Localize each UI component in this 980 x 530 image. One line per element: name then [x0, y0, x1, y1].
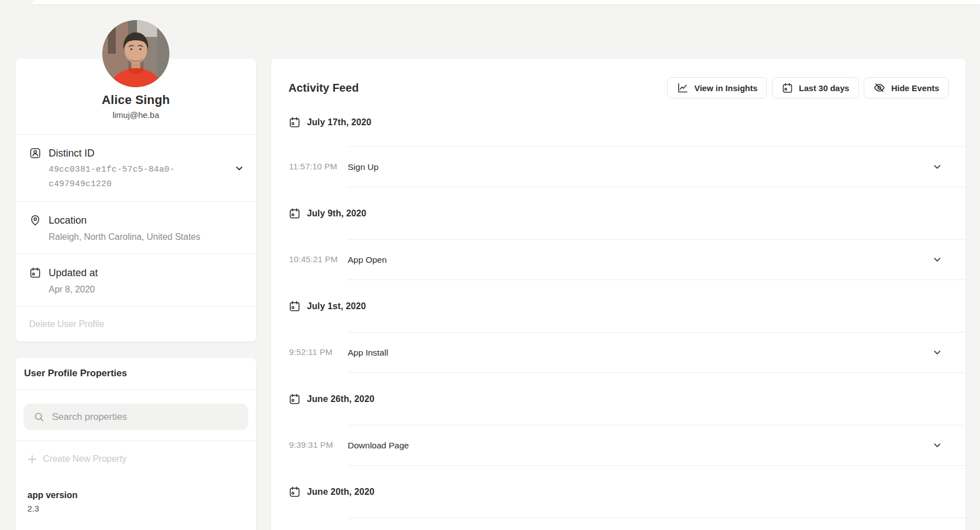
- feed-groups: July 17th, 2020 11:57:10 PM Sign Up July…: [271, 98, 965, 530]
- date-range-button[interactable]: Last 30 days: [772, 77, 859, 98]
- calendar-icon: [288, 486, 301, 498]
- field-label: Location: [49, 214, 87, 227]
- calendar-icon: [288, 116, 301, 129]
- event-row[interactable]: 10:45:21 PM App Open: [289, 239, 965, 280]
- chevron-down-icon[interactable]: [932, 255, 942, 264]
- event-row[interactable]: 11:57:10 PM Sign Up: [289, 146, 965, 187]
- event-name: Download Page: [348, 441, 409, 451]
- property-value: 2.3: [27, 502, 244, 515]
- view-in-insights-button[interactable]: View in Insights: [667, 77, 767, 98]
- activity-feed-title: Activity Feed: [288, 81, 359, 95]
- field-label: Updated at: [49, 266, 98, 280]
- event-group: July 1st, 2020 9:52:11 PM App Install: [271, 280, 965, 373]
- event-group: July 17th, 2020 11:57:10 PM Sign Up: [271, 98, 965, 187]
- distinct-id-value: 49cc0381-e1fc-57c5-84a0-c497949c1220: [49, 163, 188, 192]
- activity-feed-card: Activity Feed View in Insights: [271, 59, 965, 530]
- create-new-property-button[interactable]: Create New Property: [16, 441, 256, 477]
- updated-at-value: Apr 8, 2020: [49, 282, 243, 297]
- field-row-location: Location Raleigh, North Carolina, United…: [16, 201, 256, 254]
- user-profile-properties-card: User Profile Properties Create New Prope…: [16, 358, 256, 530]
- button-label: Last 30 days: [799, 83, 849, 93]
- delete-user-profile-button[interactable]: Delete User Profile: [29, 318, 104, 330]
- event-date-row: July 1st, 2020: [271, 280, 965, 332]
- search-box[interactable]: [23, 404, 248, 430]
- field-row-updated-at: Updated at Apr 8, 2020: [16, 254, 256, 306]
- eye-off-icon: [873, 82, 886, 94]
- field-label: Distinct ID: [49, 146, 94, 160]
- calendar-icon: [288, 393, 301, 405]
- calendar-icon: [288, 300, 301, 313]
- delete-row: Delete User Profile: [16, 306, 256, 342]
- search-properties-input[interactable]: [52, 411, 238, 423]
- calendar-icon: [29, 267, 41, 279]
- event-date-row: July 17th, 2020: [271, 98, 965, 146]
- event-row[interactable]: 9:52:11 PM App Install: [289, 332, 965, 373]
- hide-events-button[interactable]: Hide Events: [864, 77, 949, 98]
- id-badge-icon: [29, 147, 41, 159]
- event-date-label: July 9th, 2020: [307, 209, 366, 219]
- event-date-row: June 20th, 2020: [271, 466, 965, 518]
- event-name: App Install: [348, 348, 388, 358]
- event-group: July 9th, 2020 10:45:21 PM App Open: [271, 187, 965, 280]
- event-date-label: June 20th, 2020: [307, 487, 375, 497]
- event-date-row: June 26th, 2020: [271, 373, 965, 425]
- event-name: Sign Up: [348, 162, 378, 172]
- event-name: App Open: [348, 255, 387, 265]
- event-time: 10:45:21 PM: [289, 239, 348, 280]
- activity-feed-header: Activity Feed View in Insights: [271, 59, 965, 98]
- chevron-down-icon[interactable]: [932, 441, 942, 450]
- chevron-down-icon[interactable]: [235, 164, 244, 173]
- location-value: Raleigh, North Carolina, United States: [49, 230, 243, 244]
- event-group: June 26th, 2020 9:39:31 PM Download Page: [271, 373, 965, 466]
- profile-name: Alice Singh: [16, 92, 256, 108]
- search-icon: [34, 411, 45, 423]
- chevron-down-icon[interactable]: [932, 162, 942, 172]
- button-label: Hide Events: [891, 83, 939, 93]
- properties-list: app version 2.3: [16, 477, 256, 530]
- create-new-property-label: Create New Property: [43, 453, 126, 465]
- event-date-label: July 17th, 2020: [307, 117, 371, 127]
- profile-email: limuj@he.ba: [16, 110, 256, 121]
- event-row-cut: [348, 518, 965, 530]
- field-row-distinct-id: Distinct ID 49cc0381-e1fc-57c5-84a0-c497…: [16, 134, 256, 201]
- event-row[interactable]: 9:39:31 PM Download Page: [289, 425, 965, 466]
- event-date-label: July 1st, 2020: [307, 301, 366, 311]
- feed-buttons: View in Insights Last 30 days: [667, 77, 949, 98]
- event-group: June 20th, 2020: [271, 466, 965, 530]
- event-time: 11:57:10 PM: [289, 146, 348, 187]
- profile-card: Alice Singh limuj@he.ba Distinct ID 49cc…: [16, 59, 256, 342]
- top-bar: [32, 0, 980, 5]
- profile-sidebar: Alice Singh limuj@he.ba Distinct ID 49cc…: [16, 59, 256, 530]
- event-time: 9:39:31 PM: [289, 425, 348, 466]
- calendar-icon: [782, 82, 793, 94]
- event-time: 9:52:11 PM: [289, 332, 348, 373]
- button-label: View in Insights: [694, 83, 758, 93]
- properties-title: User Profile Properties: [16, 358, 256, 390]
- event-date-row: July 9th, 2020: [271, 187, 965, 239]
- search-section: [16, 390, 256, 441]
- avatar: [102, 20, 169, 87]
- location-pin-icon: [29, 214, 41, 226]
- plus-icon: [27, 455, 37, 464]
- line-chart-icon: [676, 82, 689, 94]
- property-name: app version: [27, 489, 244, 501]
- chevron-down-icon[interactable]: [932, 348, 942, 357]
- calendar-icon: [288, 207, 301, 220]
- property-item: app version 2.3: [16, 477, 256, 530]
- event-date-label: June 26th, 2020: [307, 394, 375, 404]
